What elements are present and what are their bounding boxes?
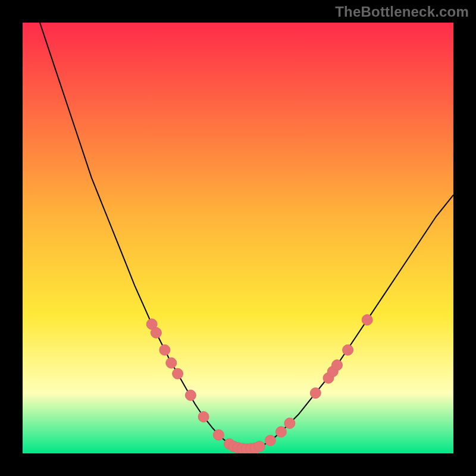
data-point-marker	[284, 418, 295, 428]
data-point-marker	[343, 345, 353, 355]
data-point-marker	[362, 315, 372, 325]
watermark-text: TheBottleneck.com	[335, 4, 469, 20]
plot-area	[23, 23, 453, 453]
data-point-marker	[198, 412, 209, 422]
data-point-marker	[265, 435, 275, 446]
data-point-marker	[173, 368, 183, 379]
chart-svg	[23, 23, 453, 453]
chart-container: TheBottleneck.com	[0, 0, 476, 476]
data-point-marker	[310, 388, 321, 399]
data-point-marker	[213, 430, 224, 440]
data-point-marker	[185, 390, 196, 400]
data-point-marker	[275, 427, 286, 437]
data-point-marker	[332, 360, 343, 371]
gradient-background	[23, 23, 453, 453]
data-point-marker	[151, 327, 161, 338]
data-point-marker	[159, 345, 170, 355]
data-point-marker	[254, 441, 265, 452]
data-point-marker	[166, 358, 177, 368]
